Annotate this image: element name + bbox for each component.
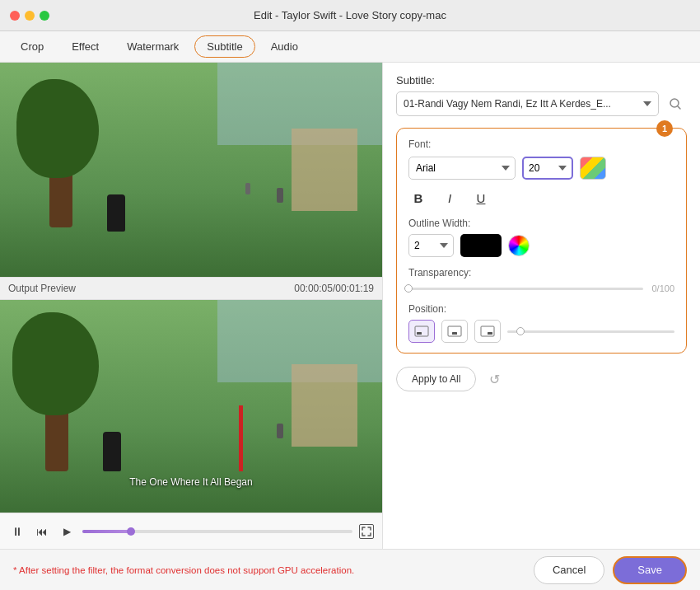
maximize-button[interactable] xyxy=(40,11,49,21)
position-bottom-left-button[interactable] xyxy=(408,320,435,343)
font-label: Font: xyxy=(408,138,674,150)
apply-to-all-button[interactable]: Apply to All xyxy=(396,367,476,391)
nav-tabs: Crop Effect Watermark Subtitle Audio xyxy=(0,31,700,63)
underline-button[interactable]: U xyxy=(471,188,491,208)
transparency-label: Transparency: xyxy=(408,267,674,279)
right-panel: Subtitle: 01-Randi Vagy Nem Randi, Ez It… xyxy=(383,63,700,549)
font-size-select[interactable]: 20 xyxy=(522,157,573,180)
action-buttons: Cancel Save xyxy=(534,556,687,584)
apply-row: Apply to All ↺ xyxy=(396,367,687,391)
bold-button[interactable]: B xyxy=(408,188,428,208)
svg-rect-6 xyxy=(488,332,492,335)
text-style-row: B I U xyxy=(408,188,674,208)
outline-color-swatch[interactable] xyxy=(460,234,502,257)
subtitle-search-button[interactable] xyxy=(664,92,687,115)
outline-color-wheel[interactable] xyxy=(508,235,530,256)
fullscreen-button[interactable] xyxy=(359,524,374,539)
svg-rect-1 xyxy=(415,326,428,336)
prev-button[interactable]: ⏮ xyxy=(33,522,51,541)
outline-label: Outline Width: xyxy=(408,218,674,229)
tab-watermark[interactable]: Watermark xyxy=(114,35,191,58)
transparency-row: 0/100 xyxy=(408,283,674,293)
font-section-badge: 1 xyxy=(656,120,673,137)
traffic-lights xyxy=(10,11,49,21)
tab-effect[interactable]: Effect xyxy=(59,35,111,58)
close-button[interactable] xyxy=(10,11,20,21)
font-row: Arial 20 xyxy=(408,157,674,180)
video-scene-bottom: The One Where It All Began xyxy=(0,300,382,513)
progress-fill xyxy=(82,530,131,533)
minimize-button[interactable] xyxy=(25,11,35,21)
svg-rect-3 xyxy=(448,326,461,336)
window-title: Edit - Taylor Swift - Love Story copy-ma… xyxy=(254,9,446,21)
position-row xyxy=(408,320,674,343)
title-bar: Edit - Taylor Swift - Love Story copy-ma… xyxy=(0,0,700,31)
subtitle-dropdown[interactable]: 01-Randi Vagy Nem Randi, Ez Itt A Kerdes… xyxy=(396,91,659,116)
save-button[interactable]: Save xyxy=(613,556,687,584)
play-button[interactable]: ▶ xyxy=(58,522,76,541)
tab-crop[interactable]: Crop xyxy=(8,35,56,58)
transparency-slider[interactable] xyxy=(408,288,643,290)
font-section: 1 Font: Arial 20 B I U Outline Widt xyxy=(396,128,687,354)
position-slider[interactable] xyxy=(507,330,674,333)
outline-width-select[interactable]: 2 xyxy=(408,234,454,257)
refresh-button[interactable]: ↺ xyxy=(484,369,504,389)
transparency-thumb xyxy=(404,284,413,293)
video-preview-bottom: The One Where It All Began xyxy=(0,300,382,513)
outline-row: 2 xyxy=(408,234,674,257)
cancel-button[interactable]: Cancel xyxy=(534,556,604,584)
bottom-bar: * After setting the filter, the format c… xyxy=(0,549,700,590)
position-bottom-center-button[interactable] xyxy=(441,320,468,343)
font-family-select[interactable]: Arial xyxy=(408,157,516,180)
tab-subtitle[interactable]: Subtitle xyxy=(194,35,254,58)
pause-button[interactable]: ⏸ xyxy=(8,522,26,541)
progress-thumb xyxy=(127,527,135,536)
content-area: Output Preview 00:00:05/00:01:19 The One… xyxy=(0,63,700,549)
subtitle-select-row: 01-Randi Vagy Nem Randi, Ez Itt A Kerdes… xyxy=(396,91,687,116)
font-color-picker[interactable] xyxy=(580,157,606,180)
subtitle-text: The One Where It All Began xyxy=(0,476,382,488)
position-bottom-right-button[interactable] xyxy=(474,320,501,343)
tab-audio[interactable]: Audio xyxy=(259,35,310,58)
transparency-value: 0/100 xyxy=(650,283,674,293)
output-preview-label: Output Preview xyxy=(8,283,76,294)
position-label: Position: xyxy=(408,303,674,315)
left-panel: Output Preview 00:00:05/00:01:19 The One… xyxy=(0,63,383,549)
progress-bar[interactable] xyxy=(82,530,352,533)
position-slider-thumb xyxy=(516,327,525,335)
video-preview-top xyxy=(0,63,382,277)
italic-button[interactable]: I xyxy=(440,188,460,208)
video-scene-top xyxy=(0,63,382,277)
subtitle-section-label: Subtitle: xyxy=(396,74,687,87)
svg-rect-2 xyxy=(417,332,422,335)
timestamp: 00:00:05/00:01:19 xyxy=(294,283,374,294)
svg-rect-4 xyxy=(452,332,457,335)
svg-rect-5 xyxy=(481,326,494,336)
playback-controls: ⏸ ⏮ ▶ xyxy=(0,513,382,549)
output-preview-bar: Output Preview 00:00:05/00:01:19 xyxy=(0,277,382,300)
warning-text: * After setting the filter, the format c… xyxy=(13,565,354,575)
